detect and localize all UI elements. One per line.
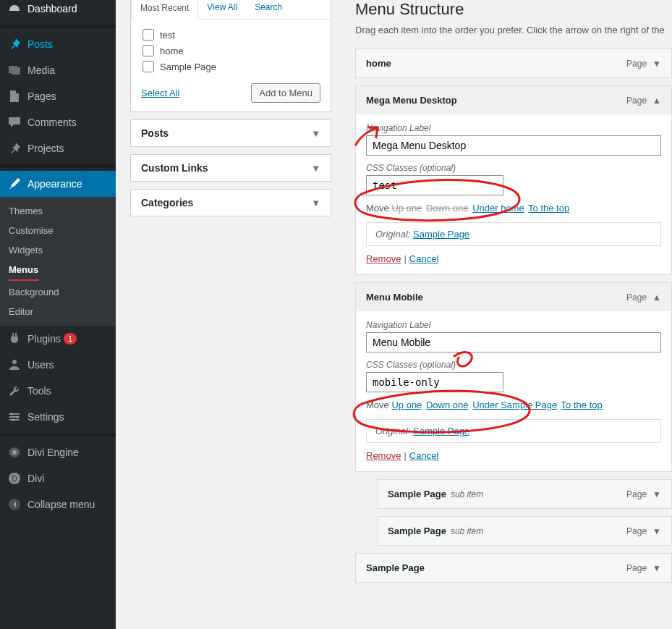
menu-item-handle[interactable]: Sample Pagesub item Page▼ [377, 479, 672, 509]
original-link[interactable]: Sample Page [413, 426, 469, 436]
tab-search[interactable]: Search [246, 0, 291, 19]
page-item-label: test [160, 30, 175, 41]
sidebar-item-settings[interactable]: Settings [0, 404, 116, 430]
checkbox[interactable] [143, 45, 154, 56]
content-area: Most Recent View All Search test home Sa… [116, 0, 672, 629]
sidebar-item-dashboard[interactable]: Dashboard [0, 0, 116, 22]
menu-item-type: Page [626, 526, 647, 536]
menu-item-handle[interactable]: Mega Menu Desktop Page▲ [355, 85, 672, 114]
add-to-menu-button[interactable]: Add to Menu [251, 83, 320, 103]
menu-item-handle[interactable]: Sample Pagesub item Page▼ [377, 516, 672, 546]
page-item-label: home [160, 46, 184, 56]
page-item-label: Sample Page [160, 62, 216, 72]
select-all-link[interactable]: Select All [141, 88, 179, 98]
panel-head-categories[interactable]: Categories ▼ [131, 190, 331, 216]
move-top-link[interactable]: To the top [528, 203, 569, 214]
sidebar-label: Comments [27, 117, 77, 128]
nav-label-input[interactable] [366, 332, 661, 353]
cancel-link[interactable]: Cancel [409, 450, 438, 461]
sidebar-label: Divi Engine [27, 447, 79, 458]
sidebar-label: Dashboard [27, 3, 77, 14]
move-down-link: Down one [426, 203, 469, 214]
tab-view-all[interactable]: View All [198, 0, 246, 19]
move-label: Move [366, 203, 389, 214]
menu-item-handle[interactable]: Sample Page Page▼ [355, 553, 672, 583]
menu-item-body: Navigation Label CSS Classes (optional) … [355, 311, 672, 472]
menu-structure-heading: Menu Structure [355, 0, 672, 19]
sidebar-label: Users [27, 359, 54, 371]
move-under-link[interactable]: Under Sample Page [472, 400, 557, 410]
submenu-themes[interactable]: Themes [0, 201, 116, 221]
sidebar-item-plugins[interactable]: Plugins 1 [0, 326, 116, 352]
original-box: Original: Sample Page [366, 419, 661, 443]
move-top-link[interactable]: To the top [561, 400, 603, 410]
sub-item-tag: sub item [451, 526, 483, 536]
chevron-down-icon: ▼ [652, 59, 661, 69]
remove-link[interactable]: Remove [366, 253, 401, 264]
panel-title: Categories [141, 197, 193, 208]
chevron-down-icon: ▼ [652, 563, 661, 573]
move-up-link[interactable]: Up one [391, 400, 422, 410]
chevron-down-icon: ▼ [311, 128, 320, 139]
svg-text:D: D [12, 475, 17, 483]
sidebar-item-pages[interactable]: Pages [0, 83, 116, 109]
tab-most-recent[interactable]: Most Recent [131, 0, 198, 20]
sidebar-label: Settings [27, 411, 64, 423]
plugin-icon [7, 332, 22, 346]
chevron-up-icon: ▲ [652, 292, 661, 303]
sidebar-item-collapse[interactable]: Collapse menu [0, 491, 116, 518]
menu-item-menu-mobile: Menu Mobile Page▲ Navigation Label CSS C… [355, 282, 672, 472]
original-link[interactable]: Sample Page [413, 229, 469, 240]
menu-item-handle[interactable]: home Page▼ [355, 48, 672, 78]
remove-row: Remove|Cancel [366, 253, 661, 264]
sidebar-label: Media [27, 64, 55, 76]
cancel-link[interactable]: Cancel [409, 253, 438, 264]
checkbox[interactable] [143, 29, 154, 41]
sidebar-item-projects[interactable]: Projects [0, 135, 116, 161]
menu-item-type: Page [626, 96, 647, 106]
menu-item-title: Sample Page [388, 489, 446, 499]
menu-structure-helper: Drag each item into the order you prefer… [355, 25, 672, 35]
nav-label-input[interactable] [366, 135, 661, 156]
sidebar-item-users[interactable]: Users [0, 352, 116, 378]
css-classes-input[interactable] [366, 175, 503, 195]
menu-item-sample-page: Sample Page Page▼ [355, 553, 672, 583]
menu-item-sample-page-sub: Sample Pagesub item Page▼ [377, 516, 672, 546]
menu-item-handle[interactable]: Menu Mobile Page▲ [355, 282, 672, 311]
checkbox[interactable] [143, 61, 154, 72]
submenu-underline [9, 279, 39, 281]
comment-icon [7, 115, 22, 130]
sidebar-item-posts[interactable]: Posts [0, 31, 116, 57]
chevron-down-icon: ▼ [652, 489, 661, 499]
move-down-link[interactable]: Down one [426, 400, 469, 410]
sidebar-item-divi-engine[interactable]: Divi Engine [0, 439, 116, 465]
remove-link[interactable]: Remove [366, 450, 401, 461]
page-checkbox-item[interactable]: home [143, 43, 319, 59]
panel-title: Custom Links [141, 162, 208, 174]
move-row: Move Up one Down one Under Sample Page T… [366, 400, 661, 410]
css-classes-input[interactable] [366, 372, 503, 392]
sidebar-item-comments[interactable]: Comments [0, 109, 116, 135]
submenu-background[interactable]: Background [0, 282, 116, 302]
users-icon [7, 358, 22, 372]
divi-icon: D [7, 471, 22, 486]
move-row: Move Up one Down one Under home To the t… [366, 203, 661, 214]
menu-structure-column: Menu Structure Drag each item into the o… [331, 0, 672, 629]
submenu-customise[interactable]: Customise [0, 221, 116, 240]
submenu-menus[interactable]: Menus [0, 260, 116, 279]
panel-head-posts[interactable]: Posts ▼ [131, 120, 331, 146]
original-box: Original: Sample Page [366, 222, 661, 246]
submenu-widgets[interactable]: Widgets [0, 240, 116, 260]
sidebar-item-media[interactable]: Media [0, 57, 116, 83]
menu-item-title: Sample Page [366, 562, 425, 573]
menu-item-type: Page [626, 292, 647, 303]
sidebar-item-divi[interactable]: D Divi [0, 465, 116, 491]
move-under-link[interactable]: Under home [472, 203, 524, 214]
sidebar-item-tools[interactable]: Tools [0, 378, 116, 404]
panel-head-custom-links[interactable]: Custom Links ▼ [131, 155, 331, 181]
submenu-editor[interactable]: Editor [0, 302, 116, 321]
sidebar-label: Plugins [27, 333, 61, 345]
page-checkbox-item[interactable]: test [143, 27, 319, 43]
sidebar-item-appearance[interactable]: Appearance [0, 171, 116, 197]
page-checkbox-item[interactable]: Sample Page [143, 59, 319, 75]
